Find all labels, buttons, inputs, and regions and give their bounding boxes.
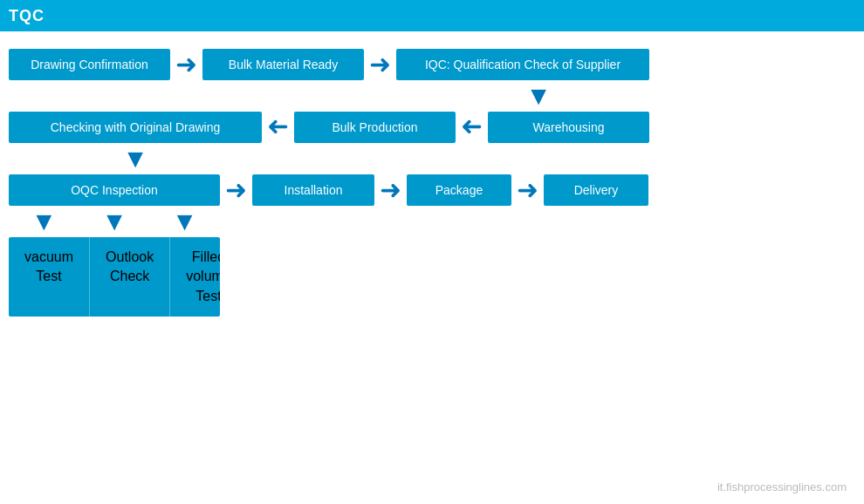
box-oqc-inspection: OQC Inspection [9,174,220,206]
arrow-r3-1: ➜ [220,177,252,203]
box-installation: Installation [252,174,374,206]
header-arrow-decoration [838,0,864,31]
box-bulk-material-ready: Bulk Material Ready [202,49,364,80]
arrow-down-iqc: ▼ [525,83,552,109]
box-checking: Checking with Original Drawing [9,112,262,143]
flow-diagram: Drawing Confirmation ➜ Bulk Material Rea… [0,31,864,317]
header: TQC [0,0,864,31]
box-iqc: IQC: Qualification Check of Supplier [396,49,649,80]
sub-outlook-line1: Outlook [106,248,154,267]
arrow-down-iqc-container: ▼ [9,80,855,112]
arrow-r1-2: ➜ [364,51,396,78]
sub-item-filled: Filled volume Test [170,237,220,317]
sub-box-group: vacuum Test Outlook Check Filled volume … [9,237,220,317]
box-warehousing: Warehousing [488,112,649,143]
header-title: TQC [9,7,45,25]
arrow-r3-2: ➜ [374,177,407,203]
box-package: Package [407,174,511,206]
sub-filled-line2: Test [186,287,220,306]
box-delivery: Delivery [544,174,648,206]
sub-item-vacuum: vacuum Test [9,237,90,317]
arrow-r1-1: ➜ [170,51,202,78]
arrow-down-filled: ▼ [172,208,198,235]
arrow-down-checking-container: ▼ [9,143,855,174]
flow-row-3: OQC Inspection ➜ Installation ➜ Package … [9,174,855,206]
flow-row-4: vacuum Test Outlook Check Filled volume … [9,237,220,317]
sub-filled-line1: Filled volume [186,248,220,287]
sub-vacuum-line2: Test [24,267,73,286]
arrow-r3-3: ➜ [511,177,544,203]
sub-outlook-line2: Check [106,267,154,286]
watermark: it.fishprocessinglines.com [717,480,847,494]
arrow-r2-2: ➜ [456,114,488,140]
arrow-down-vacuum: ▼ [31,208,57,235]
sub-arrows-container: ▼ ▼ ▼ [9,206,220,237]
sub-vacuum-line1: vacuum [24,248,73,267]
box-drawing-confirmation: Drawing Confirmation [9,49,170,80]
box-bulk-production: Bulk Production [294,112,456,143]
sub-item-outlook: Outlook Check [90,237,170,317]
arrow-down-outlook: ▼ [101,208,127,235]
flow-row-1: Drawing Confirmation ➜ Bulk Material Rea… [9,49,855,80]
flow-row-2: Checking with Original Drawing ➜ Bulk Pr… [9,112,855,143]
arrow-down-checking: ▼ [122,146,148,172]
arrow-r2-1: ➜ [262,114,294,140]
